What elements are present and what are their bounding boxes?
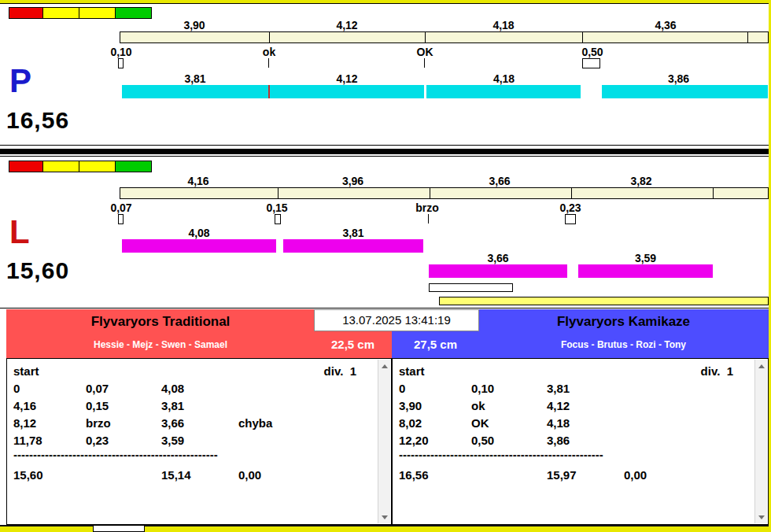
run-time-label: 4,08: [122, 228, 276, 238]
cell-run-time: 4,12: [547, 398, 570, 414]
schedule-bar: [120, 187, 769, 199]
arrow-up-icon: [758, 364, 765, 368]
cell-start-time: 3,90: [399, 398, 422, 414]
split-time-label: 3,90: [120, 20, 269, 31]
division-label: div. 1: [701, 364, 733, 379]
current-run-box: [429, 283, 513, 292]
start-light-yellow2-icon: [79, 7, 116, 19]
scrollbar[interactable]: [378, 360, 390, 523]
start-light-red-icon: [9, 161, 43, 172]
segment-divider: [582, 32, 583, 42]
start-label: start: [399, 364, 425, 379]
cell-start-time: 12,20: [399, 433, 429, 449]
segment-divider: [425, 32, 426, 42]
split-time-label: 4,18: [425, 20, 582, 31]
result-header-row: start div. 1: [393, 364, 768, 379]
split-time-label: 3,96: [277, 176, 429, 187]
scroll-down-button[interactable]: [378, 511, 390, 523]
run-bar-segment: [122, 85, 268, 98]
cell-note: chyba: [238, 416, 272, 431]
scroll-up-button[interactable]: [378, 360, 390, 372]
result-list-left: start div. 1 0 0,07 4,08 4,16 0,15 3,81 …: [6, 358, 392, 525]
team-name: Flyvaryors Traditional: [6, 314, 315, 330]
change-marker-tick: [268, 58, 269, 68]
run-bar-segment: [426, 85, 581, 98]
cell-change-time: 0,23: [86, 433, 109, 449]
change-marker-box: [118, 214, 124, 224]
split-time-label: 3,82: [570, 176, 712, 187]
jump-height-badge: 27,5 cm: [397, 336, 474, 353]
running-progress-bar: [439, 297, 769, 305]
change-marker-box: [275, 214, 281, 224]
change-marker-box: [565, 214, 576, 224]
run-bar-segment: [283, 239, 423, 253]
cell-change-time: OK: [471, 416, 489, 431]
scrollbar[interactable]: [754, 360, 767, 523]
run-bar-segment: [122, 239, 276, 253]
schedule-bar: [120, 31, 769, 43]
cell-run-time: 3,66: [161, 416, 184, 431]
change-marker-box: [582, 58, 600, 68]
scroll-up-button[interactable]: [755, 360, 767, 372]
cell-runs-sum: 15,97: [547, 467, 577, 483]
separator-line: ----------------------------------------…: [399, 447, 603, 463]
dog-names: Hessie - Mejz - Swen - Samael: [6, 339, 315, 350]
run-time-label: 3,66: [429, 253, 567, 264]
separator-row: ----------------------------------------…: [7, 447, 391, 463]
change-marker-label: brzo: [408, 203, 447, 213]
run-bar-segment: [429, 264, 567, 278]
cell-run-time: 3,81: [547, 381, 570, 397]
change-marker-label: 0,23: [555, 203, 586, 213]
dog-names: Focus - Brutus - Rozi - Tony: [478, 339, 769, 350]
lane-total-time: 16,56: [6, 109, 69, 132]
split-time-label: 3,66: [429, 176, 570, 187]
cell-change-time: ok: [471, 398, 485, 414]
change-marker-label: 0,10: [105, 47, 137, 57]
lane-panel-p: 3,90 4,12 4,18 4,36 0,10 ok OK 0,50 P 3,…: [0, 3, 771, 146]
start-light-green-icon: [115, 7, 152, 19]
start-light-yellow1-icon: [42, 161, 79, 172]
arrow-down-icon: [758, 515, 765, 519]
cell-run-time: 3,81: [161, 398, 184, 414]
cell-start-time: 8,02: [399, 416, 422, 431]
segment-divider: [269, 32, 270, 42]
start-light-red-icon: [9, 7, 43, 19]
result-row: 8,02 OK 4,18: [393, 416, 768, 431]
start-light-yellow1-icon: [42, 7, 79, 19]
result-row: 3,90 ok 4,12: [393, 398, 768, 414]
result-row: 4,16 0,15 3,81: [7, 398, 391, 414]
run-bar-segment: [578, 264, 713, 278]
separator-line: ----------------------------------------…: [13, 447, 218, 463]
scroll-down-button[interactable]: [755, 511, 767, 523]
change-marker-label: 0,50: [577, 47, 608, 57]
run-time-label: 3,81: [283, 228, 423, 238]
cell-total-time: 16,56: [399, 467, 429, 483]
change-marker-tick: [424, 58, 425, 68]
cell-runs-sum: 15,14: [161, 467, 191, 483]
cell-start-time: 0: [399, 381, 405, 397]
start-light-yellow2-icon: [79, 161, 116, 172]
cell-penalty: 0,00: [624, 467, 647, 483]
lane-divider: [0, 149, 771, 154]
split-time-label: 4,36: [582, 20, 749, 31]
cell-start-time: 4,16: [13, 398, 36, 414]
change-marker-label: ok: [253, 47, 285, 57]
lane-letter-l: L: [9, 216, 30, 248]
jump-height-badge: 22,5 cm: [315, 336, 391, 353]
segment-divider: [571, 188, 572, 198]
change-marker-label: OK: [409, 47, 441, 57]
cell-change-time: 0,50: [471, 433, 494, 449]
segment-divider: [430, 188, 430, 198]
lane-letter-p: P: [9, 65, 31, 97]
lane-total-time: 15,60: [6, 259, 69, 283]
total-row: 15,60 15,14 0,00: [7, 467, 391, 483]
cell-run-time: 4,08: [161, 381, 184, 397]
result-row: 0 0,07 4,08: [7, 381, 391, 397]
team-panel-right: Flyvaryors Kamikaze Focus - Brutus - Roz…: [392, 309, 769, 525]
cell-start-time: 0: [13, 381, 20, 397]
cell-run-time: 4,18: [547, 416, 570, 431]
run-time-label: 4,12: [270, 74, 424, 84]
cell-change-time: 0,15: [86, 398, 109, 414]
total-row: 16,56 15,97 0,00: [393, 467, 768, 483]
lane-panel-l: 4,16 3,96 3,66 3,82 0,07 0,15 brzo 0,23 …: [0, 156, 771, 308]
